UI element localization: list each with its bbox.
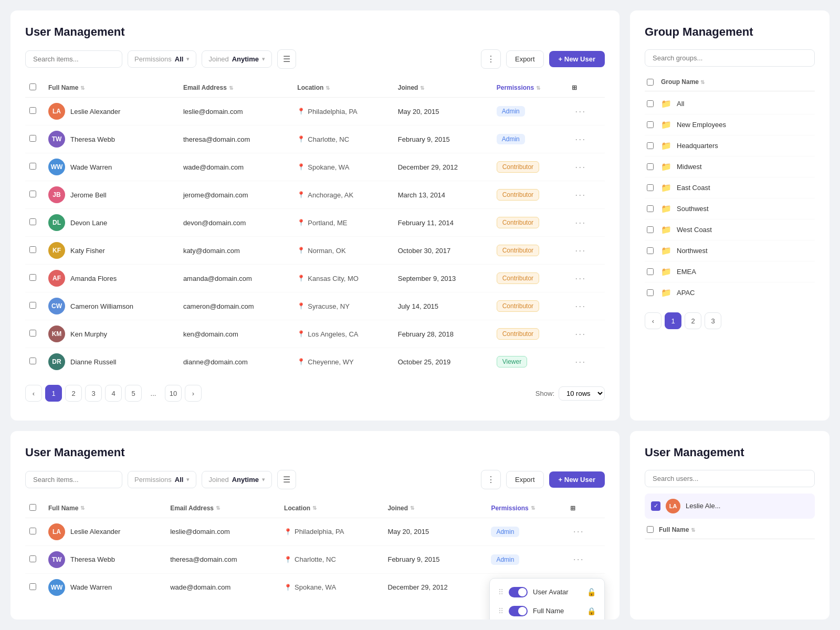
page-btn-3-top[interactable]: 3 — [85, 385, 102, 402]
th-fullname[interactable]: Full Name ⇅ — [44, 78, 179, 98]
row-more-btn[interactable]: ··· — [572, 300, 589, 313]
toggle-full-name[interactable] — [509, 606, 528, 616]
group-checkbox[interactable] — [647, 163, 654, 170]
row-checkbox[interactable] — [29, 528, 36, 534]
th-location-bottom[interactable]: Location ⇅ — [280, 499, 383, 518]
select-all-checkbox-bottom[interactable] — [29, 504, 36, 511]
row-more-btn[interactable]: ··· — [572, 272, 589, 285]
search-users-input-bottom-right[interactable] — [645, 470, 815, 487]
group-page-1-top[interactable]: 1 — [665, 312, 681, 329]
prev-page-btn-top[interactable]: ‹ — [25, 385, 42, 402]
export-button-top[interactable]: Export — [506, 50, 544, 68]
drag-handle-fullname[interactable]: ⠿ — [498, 607, 503, 615]
row-more-btn[interactable]: ··· — [572, 355, 589, 369]
row-checkbox[interactable] — [29, 302, 36, 309]
more-options-btn-bottom[interactable]: ⋮ — [481, 470, 501, 489]
group-list-item[interactable]: 📁 Southwest — [645, 198, 815, 219]
group-page-3-top[interactable]: 3 — [705, 312, 721, 329]
row-more-btn[interactable]: ··· — [570, 553, 587, 566]
row-checkbox[interactable] — [29, 163, 36, 170]
row-checkbox[interactable] — [29, 135, 36, 142]
group-checkbox[interactable] — [647, 205, 654, 212]
group-checkbox[interactable] — [647, 226, 654, 233]
select-all-checkbox-top[interactable] — [29, 83, 36, 90]
row-checkbox[interactable] — [29, 555, 36, 562]
group-list-item[interactable]: 📁 EMEA — [645, 261, 815, 282]
row-more-btn[interactable]: ··· — [572, 328, 589, 341]
checked-checkbox-1[interactable]: ✓ — [651, 501, 660, 511]
select-all-groups-checkbox-top[interactable] — [647, 79, 654, 86]
page-btn-10-top[interactable]: 10 — [165, 385, 182, 402]
row-checkbox[interactable] — [29, 330, 36, 337]
group-list-item[interactable]: 📁 New Employees — [645, 114, 815, 135]
joined-filter-bottom[interactable]: Joined Anytime ▾ — [202, 471, 272, 488]
th-fullname-bottom[interactable]: Full Name ⇅ — [44, 499, 166, 518]
group-page-2-top[interactable]: 2 — [685, 312, 701, 329]
permissions-filter-top[interactable]: Permissions All ▾ — [128, 50, 196, 68]
th-col-toggle-bottom[interactable]: ⊞ — [566, 499, 605, 518]
user-permission-cell: Admin — [487, 518, 565, 545]
th-permissions-bottom[interactable]: Permissions ⇅ — [487, 499, 565, 518]
user-email-cell: cameron@domain.com — [179, 292, 293, 320]
filter-icon-btn-bottom[interactable]: ☰ — [277, 470, 296, 489]
checked-user-row-1[interactable]: ✓ LA Leslie Ale... — [645, 494, 815, 519]
group-prev-btn-top[interactable]: ‹ — [645, 312, 662, 329]
group-list-item[interactable]: 📁 Midwest — [645, 156, 815, 177]
th-email[interactable]: Email Address ⇅ — [179, 78, 293, 98]
row-more-btn[interactable]: ··· — [572, 188, 589, 202]
joined-filter-top[interactable]: Joined Anytime ▾ — [202, 50, 272, 68]
row-checkbox[interactable] — [29, 191, 36, 197]
group-list-item[interactable]: 📁 East Coast — [645, 177, 815, 198]
row-checkbox[interactable] — [29, 246, 36, 253]
row-more-btn[interactable]: ··· — [572, 216, 589, 229]
search-groups-input-top[interactable] — [645, 49, 815, 67]
group-name-col-header[interactable]: Group Name ⇅ — [661, 78, 705, 86]
group-checkbox[interactable] — [647, 100, 654, 107]
group-checkbox[interactable] — [647, 121, 654, 128]
row-more-btn[interactable]: ··· — [572, 161, 589, 174]
th-col-toggle[interactable]: ⊞ — [568, 78, 605, 98]
row-checkbox[interactable] — [29, 358, 36, 364]
th-email-bottom[interactable]: Email Address ⇅ — [166, 499, 280, 518]
group-list-item[interactable]: 📁 Headquarters — [645, 135, 815, 156]
export-button-bottom[interactable]: Export — [506, 471, 544, 488]
row-checkbox[interactable] — [29, 107, 36, 114]
row-checkbox[interactable] — [29, 583, 36, 590]
row-more-btn[interactable]: ··· — [570, 525, 587, 538]
group-checkbox[interactable] — [647, 184, 654, 191]
search-input-bottom[interactable] — [25, 471, 122, 488]
rows-select-top[interactable]: 10 rows 25 rows 50 rows — [559, 386, 605, 401]
drag-handle-avatar[interactable]: ⠿ — [498, 588, 503, 596]
th-location[interactable]: Location ⇅ — [293, 78, 393, 98]
toggle-user-avatar[interactable] — [509, 587, 528, 597]
permissions-filter-bottom[interactable]: Permissions All ▾ — [128, 471, 196, 488]
select-all-users-bottom-right[interactable] — [647, 526, 654, 533]
fullname-col-header-br[interactable]: Full Name ⇅ — [659, 526, 695, 533]
row-more-btn[interactable]: ··· — [572, 133, 589, 146]
row-more-btn[interactable]: ··· — [572, 105, 589, 118]
page-btn-5-top[interactable]: 5 — [125, 385, 142, 402]
group-checkbox[interactable] — [647, 289, 654, 296]
th-joined-bottom[interactable]: Joined ⇅ — [383, 499, 487, 518]
group-list-item[interactable]: 📁 All — [645, 93, 815, 114]
group-list-item[interactable]: 📁 Northwest — [645, 240, 815, 261]
page-btn-1-top[interactable]: 1 — [45, 385, 62, 402]
page-btn-4-top[interactable]: 4 — [105, 385, 122, 402]
group-checkbox[interactable] — [647, 142, 654, 149]
filter-icon-btn-top[interactable]: ☰ — [277, 49, 296, 69]
group-checkbox[interactable] — [647, 247, 654, 254]
th-permissions[interactable]: Permissions ⇅ — [492, 78, 568, 98]
th-joined[interactable]: Joined ⇅ — [394, 78, 492, 98]
more-options-btn-top[interactable]: ⋮ — [481, 49, 501, 69]
search-input-top[interactable] — [25, 50, 122, 68]
next-page-btn-top[interactable]: › — [185, 385, 202, 402]
group-list-item[interactable]: 📁 West Coast — [645, 219, 815, 240]
row-checkbox[interactable] — [29, 274, 36, 281]
new-user-button-top[interactable]: + New User — [549, 51, 605, 67]
group-list-item[interactable]: 📁 APAC — [645, 282, 815, 303]
row-checkbox[interactable] — [29, 218, 36, 225]
page-btn-2-top[interactable]: 2 — [65, 385, 82, 402]
group-checkbox[interactable] — [647, 268, 654, 275]
row-more-btn[interactable]: ··· — [572, 244, 589, 257]
new-user-button-bottom[interactable]: + New User — [549, 471, 605, 488]
